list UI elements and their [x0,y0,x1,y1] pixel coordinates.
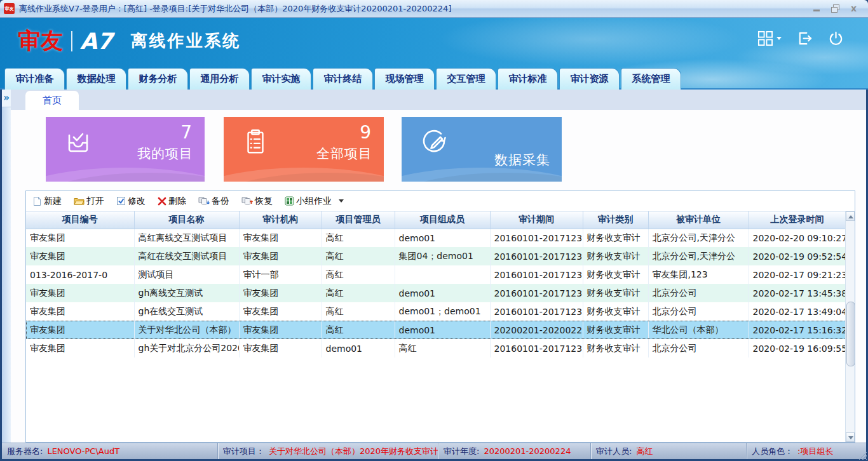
nav-tab[interactable]: 审计标准 [498,68,558,90]
logout-icon[interactable] [797,30,813,46]
table-cell: demo01；demo01 [395,302,490,321]
table-cell: 2020-02-17 13:45:38 [749,284,846,302]
toolbar-button[interactable]: 恢复 [241,196,273,207]
toolbar-button[interactable]: 修改 [116,196,146,207]
toolbar-button[interactable]: 删除 [158,196,186,207]
projects-toolbar: 新建打开修改删除备份恢复小组作业 [26,191,855,211]
table-cell: 审友集团 [239,247,322,265]
table-cell: demo01 [395,284,490,302]
column-header[interactable]: 审计期间 [490,211,583,229]
dropdown-arrow-icon[interactable] [339,199,344,203]
column-header[interactable]: 审计类别 [583,211,648,229]
table-cell: 审友集团 [26,302,134,321]
table-cell: 高红离线交互测试项目 [134,229,239,247]
statusbar-value: LENOVO-PC\AudT [47,446,119,456]
table-cell: 北京分公司 [648,284,749,302]
nav-tab[interactable]: 数据处理 [66,68,126,90]
statusbar-item: 审计人员:高红 [591,443,747,459]
statusbar-item: 审计年度:20200201-20200224 [438,443,591,459]
toolbar-button[interactable]: 备份 [198,196,229,207]
inbox-check-icon [64,127,93,159]
table-cell: 关于对华北公司（本部） [134,321,239,339]
column-header[interactable]: 项目名称 [134,211,239,229]
chevron-down-icon [776,37,782,40]
column-header[interactable]: 项目管理员 [322,211,395,229]
table-cell: 高红 [322,247,395,265]
scroll-down-icon[interactable] [846,432,855,442]
statusbar-item: 审计项目：关于对华北公司（本部）2020年财务收支审计(项目编号:审友集团-20… [218,443,438,459]
nav-tab[interactable]: 系统管理 [621,68,681,90]
table-row[interactable]: 审友集团gh离线交互测试审友集团高红demo0120160101-2017123… [26,284,846,302]
expand-sidebar-button[interactable]: » [2,90,11,107]
vertical-scrollbar[interactable] [845,211,855,442]
table-row[interactable]: 审友集团gh关于对北京分公司2020审友集团demo01高红20160101-2… [26,339,846,357]
nav-tab[interactable]: 审计资源 [559,68,620,90]
summary-cards: 7 我的项目 9 全部项目 数据采集 [46,117,562,182]
column-header[interactable]: 项目组成员 [395,211,490,229]
all-projects-card[interactable]: 9 全部项目 [224,117,384,182]
nav-tab[interactable]: 审计准备 [4,68,65,90]
table-cell: 2020-02-17 13:49:04 [749,302,846,321]
nav-tab[interactable]: 审计终结 [313,68,373,90]
tab-home[interactable]: 首页 [25,91,79,110]
titlebar: 审友 离线作业系统V7-登录用户：[高红] -登录项目:[关于对华北公司（本部）… [0,0,868,18]
table-cell: 北京分公司 [648,302,749,321]
column-header[interactable]: 审计机构 [239,211,322,229]
nav-tab[interactable]: 财务分析 [128,68,188,90]
table-cell: 财务收支审计 [583,302,648,321]
table-cell: 审友集团 [26,339,134,357]
toolbar-button[interactable]: 打开 [74,196,104,207]
data-collection-card[interactable]: 数据采集 [402,117,562,182]
close-icon[interactable]: x [850,4,858,13]
table-cell: 20160101-2017123 [490,284,583,302]
nav-tabs: 审计准备数据处理财务分析通用分析审计实施审计终结现场管理交互管理审计标准审计资源… [4,68,681,90]
brand: 审友 A7 离线作业系统 [18,26,241,56]
my-projects-count: 7 [180,122,192,143]
restore-icon[interactable] [831,4,839,13]
table-cell: 20160101-2017123 [490,229,583,247]
column-header[interactable]: 项目编号 [26,211,134,229]
table-row[interactable]: 013-2016-2017-0测试项目审计一部高红20160101-201712… [26,265,846,284]
table-cell: 20160101-2017123 [490,302,583,321]
table-cell: 审友集团 [239,229,322,247]
table-row[interactable]: 审友集团高红离线交互测试项目审友集团高红demo0120160101-20171… [26,229,846,247]
restore-icon [241,196,253,206]
scrollbar-thumb[interactable] [846,302,855,366]
statusbar-item: 人员角色：:项目组长 [747,443,866,459]
apps-grid-icon[interactable] [757,30,782,46]
statusbar-label: 人员角色： [752,446,793,457]
toolbar-button[interactable]: 新建 [32,196,62,207]
column-header[interactable]: 被审计单位 [648,211,749,229]
my-projects-card[interactable]: 7 我的项目 [46,117,205,182]
toolbar-button[interactable]: 小组作业 [285,196,344,207]
table-cell: 审友集团 [26,247,134,265]
table-cell: gh离线交互测试 [134,284,239,302]
projects-table-zone: 项目编号项目名称审计机构项目管理员项目组成员审计期间审计类别被审计单位上次登录时… [26,211,855,442]
statusbar-value: 20200201-20200224 [484,446,571,456]
table-cell: demo01 [322,339,395,357]
table-row[interactable]: 审友集团高红在线交互测试项目审友集团高红集团04；demo0120160101-… [26,247,846,265]
table-cell: 高红 [395,339,490,357]
nav-tab[interactable]: 交互管理 [436,68,496,90]
group-work-icon [285,196,294,206]
minimize-icon[interactable] [813,4,821,13]
table-row[interactable]: 审友集团关于对华北公司（本部）审友集团高红demo0120200201-2020… [26,321,846,339]
table-cell: 北京分公司 [648,339,749,357]
column-header[interactable]: 上次登录时间 [749,211,846,229]
table-cell: demo01 [395,321,490,339]
nav-tab[interactable]: 通用分析 [189,68,250,90]
all-projects-label: 全部项目 [316,145,372,163]
scroll-up-icon[interactable] [846,211,855,221]
table-cell: 审友集团,123 [648,265,749,284]
table-cell: 高红 [322,321,395,339]
table-cell: 审友集团 [26,321,134,339]
nav-tab[interactable]: 现场管理 [374,68,435,90]
power-icon[interactable] [828,30,844,46]
nav-tab[interactable]: 审计实施 [251,68,311,90]
toolbar-button-label: 删除 [168,196,186,207]
toolbar-button-label: 新建 [44,196,62,207]
table-cell: 20160101-2017123 [490,265,583,284]
table-cell: gh关于对北京分公司2020 [134,339,239,357]
table-row[interactable]: 审友集团gh在线交互测试审友集团高红demo01；demo0120160101-… [26,302,846,321]
table-cell: 2020-02-19 16:09:55 [749,339,846,357]
